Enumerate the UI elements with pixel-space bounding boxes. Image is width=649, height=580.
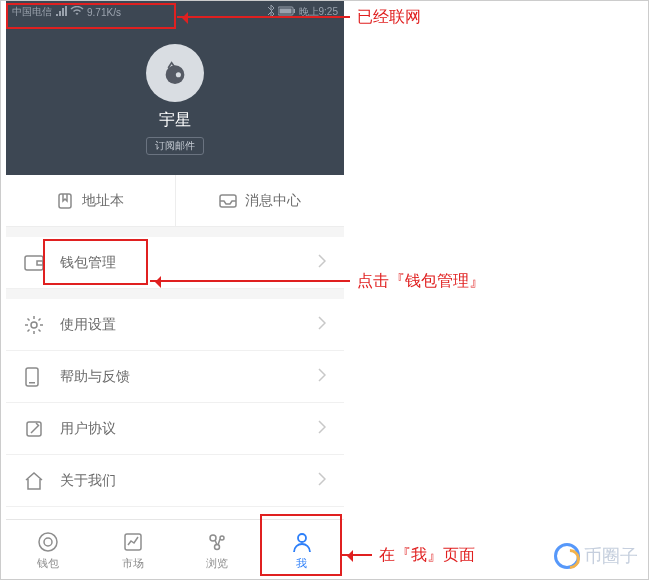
profile-header: 宇星 订阅邮件 bbox=[6, 23, 344, 175]
svg-point-4 bbox=[176, 72, 181, 77]
svg-point-13 bbox=[39, 533, 57, 551]
me-nav-icon bbox=[290, 530, 314, 554]
svg-rect-5 bbox=[59, 194, 71, 208]
help-feedback-row[interactable]: 帮助与反馈 bbox=[6, 351, 344, 403]
market-nav-icon bbox=[121, 530, 145, 554]
carrier-label: 中国电信 bbox=[12, 5, 52, 19]
annotation-on-me-page: 在『我』页面 bbox=[379, 545, 475, 566]
about-us-label: 关于我们 bbox=[60, 472, 318, 490]
wifi-icon bbox=[70, 6, 84, 18]
nav-wallet[interactable]: 钱包 bbox=[6, 520, 91, 580]
chevron-right-icon bbox=[318, 254, 326, 271]
watermark-logo-icon bbox=[554, 543, 580, 569]
watermark: 币圈子 bbox=[554, 543, 638, 569]
about-us-row[interactable]: 关于我们 bbox=[6, 455, 344, 507]
svg-rect-11 bbox=[29, 382, 35, 384]
help-feedback-label: 帮助与反馈 bbox=[60, 368, 318, 386]
avatar[interactable] bbox=[146, 44, 204, 102]
annotation-arrow-me bbox=[342, 554, 372, 556]
nav-me[interactable]: 我 bbox=[260, 520, 345, 580]
address-book-button[interactable]: 地址本 bbox=[6, 175, 176, 226]
wallet-icon bbox=[24, 253, 44, 273]
watermark-text: 币圈子 bbox=[584, 544, 638, 568]
settings-label: 使用设置 bbox=[60, 316, 318, 334]
message-center-button[interactable]: 消息中心 bbox=[176, 175, 345, 226]
browse-nav-icon bbox=[205, 530, 229, 554]
home-icon bbox=[24, 471, 44, 491]
nav-browse[interactable]: 浏览 bbox=[175, 520, 260, 580]
annotation-click-wallet: 点击『钱包管理』 bbox=[357, 271, 485, 292]
svg-point-18 bbox=[215, 545, 220, 550]
bookmark-icon bbox=[56, 192, 74, 210]
bottom-nav: 钱包 市场 浏览 我 bbox=[6, 519, 344, 580]
speed-label: 9.71K/s bbox=[87, 7, 121, 18]
svg-rect-7 bbox=[25, 256, 43, 270]
username-label: 宇星 bbox=[159, 110, 191, 131]
user-agreement-row[interactable]: 用户协议 bbox=[6, 403, 344, 455]
nav-market[interactable]: 市场 bbox=[91, 520, 176, 580]
chevron-right-icon bbox=[318, 368, 326, 385]
user-agreement-label: 用户协议 bbox=[60, 420, 318, 438]
svg-rect-2 bbox=[293, 9, 295, 13]
svg-point-9 bbox=[31, 322, 37, 328]
gear-icon bbox=[24, 315, 44, 335]
subscribe-button[interactable]: 订阅邮件 bbox=[146, 137, 204, 155]
annotation-arrow-wallet bbox=[150, 280, 350, 282]
chevron-right-icon bbox=[318, 420, 326, 437]
message-center-label: 消息中心 bbox=[245, 192, 301, 210]
inbox-icon bbox=[219, 192, 237, 210]
nav-me-label: 我 bbox=[296, 556, 307, 571]
document-icon bbox=[24, 419, 44, 439]
wallet-management-label: 钱包管理 bbox=[60, 254, 318, 272]
address-book-label: 地址本 bbox=[82, 192, 124, 210]
nav-wallet-label: 钱包 bbox=[37, 556, 59, 571]
annotation-arrow-status bbox=[177, 16, 350, 18]
chevron-right-icon bbox=[318, 472, 326, 489]
svg-point-19 bbox=[298, 534, 306, 542]
nav-browse-label: 浏览 bbox=[206, 556, 228, 571]
status-bar: 中国电信 9.71K/s 晚上9:25 bbox=[6, 1, 344, 23]
chevron-right-icon bbox=[318, 316, 326, 333]
nav-market-label: 市场 bbox=[122, 556, 144, 571]
signal-icon bbox=[55, 6, 67, 18]
annotation-connected: 已经联网 bbox=[357, 7, 421, 28]
svg-rect-1 bbox=[279, 9, 291, 14]
help-icon bbox=[24, 367, 44, 387]
svg-point-3 bbox=[166, 65, 185, 84]
svg-point-14 bbox=[44, 538, 52, 546]
svg-rect-8 bbox=[37, 261, 43, 265]
wallet-nav-icon bbox=[36, 530, 60, 554]
settings-row[interactable]: 使用设置 bbox=[6, 299, 344, 351]
